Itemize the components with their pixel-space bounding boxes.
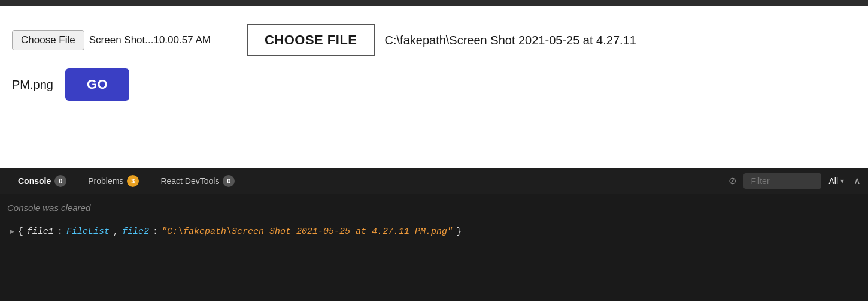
log-value2: "C:\fakepath\Screen Shot 2021-05-25 at 4… [162, 227, 453, 237]
file-path-text: C:\fakepath\Screen Shot 2021-05-25 at 4.… [385, 34, 636, 47]
level-select-wrapper: All ▾ [828, 176, 844, 186]
chevron-down-icon: ▾ [840, 177, 844, 185]
tab-problems[interactable]: Problems 3 [77, 168, 150, 194]
level-select-value: All [828, 176, 838, 186]
log-comma: , [113, 227, 119, 237]
tab-console-badge: 0 [54, 175, 66, 187]
filter-input[interactable] [743, 173, 821, 189]
devtools-right-controls: ⊘ All ▾ ∧ [729, 173, 861, 189]
native-file-input: Choose File Screen Shot...10.00.57 AM [12, 30, 211, 50]
brace-close: } [456, 227, 462, 237]
top-row: Choose File Screen Shot...10.00.57 AM CH… [12, 24, 856, 56]
browser-top-bar [0, 0, 868, 6]
log-colon1: : [57, 227, 63, 237]
tab-problems-label: Problems [88, 176, 123, 186]
choose-file-native-button[interactable]: Choose File [12, 30, 84, 50]
go-button[interactable]: GO [65, 68, 129, 101]
log-type1: FileList [66, 227, 110, 237]
tab-react-devtools-badge: 0 [223, 175, 235, 187]
log-key2: file2 [122, 227, 149, 237]
log-colon2: : [153, 227, 158, 237]
tab-console-label: Console [18, 176, 51, 186]
tab-console[interactable]: Console 0 [7, 168, 77, 194]
log-key1: file1 [27, 227, 54, 237]
second-row: PM.png GO [12, 68, 856, 101]
file-path-continuation: PM.png [12, 78, 53, 92]
devtools-panel: Console 0 Problems 3 React DevTools 0 ⊘ … [0, 168, 868, 301]
tab-react-devtools[interactable]: React DevTools 0 [150, 168, 245, 194]
brace-open: { [18, 227, 23, 237]
main-content: Choose File Screen Shot...10.00.57 AM CH… [0, 6, 868, 168]
choose-file-styled-button[interactable]: CHOOSE FILE [247, 24, 375, 56]
console-cleared-message: Console was cleared [7, 199, 861, 216]
native-file-name: Screen Shot...10.00.57 AM [89, 34, 211, 46]
console-divider [7, 219, 861, 219]
expand-arrow-icon[interactable]: ▶ [10, 227, 14, 236]
devtools-tabs: Console 0 Problems 3 React DevTools 0 ⊘ … [0, 168, 868, 194]
console-log-line: ▶ { file1 : FileList , file2 : "C:\fakep… [7, 222, 861, 242]
devtools-body: Console was cleared ▶ { file1 : FileList… [0, 194, 868, 301]
no-entry-icon: ⊘ [729, 175, 736, 186]
chevron-expand-icon[interactable]: ∧ [854, 175, 861, 186]
tab-react-devtools-label: React DevTools [160, 176, 219, 186]
tab-problems-badge: 3 [127, 175, 139, 187]
